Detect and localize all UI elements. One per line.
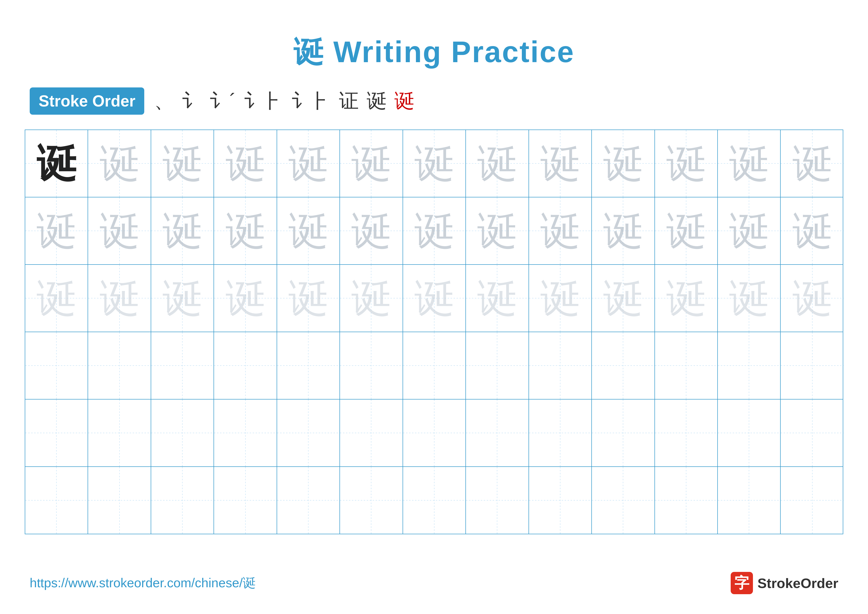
grid-cell-1-2[interactable]: 诞 <box>88 130 151 197</box>
grid-cell-3-1[interactable]: 诞 <box>25 265 88 332</box>
grid-cell-5-1[interactable] <box>25 399 88 466</box>
grid-cell-4-12[interactable] <box>718 332 781 399</box>
grid-cell-4-13[interactable] <box>781 332 843 399</box>
grid-cell-2-2[interactable]: 诞 <box>88 197 151 264</box>
grid-cell-2-7[interactable]: 诞 <box>403 197 466 264</box>
grid-cell-2-6[interactable]: 诞 <box>340 197 403 264</box>
grid-cell-3-5[interactable]: 诞 <box>277 265 340 332</box>
grid-cell-4-1[interactable] <box>25 332 88 399</box>
grid-cell-3-12[interactable]: 诞 <box>718 265 781 332</box>
stroke-step-7: 诞 <box>367 88 386 114</box>
grid-cell-5-12[interactable] <box>718 399 781 466</box>
grid-cell-2-10[interactable]: 诞 <box>592 197 655 264</box>
grid-cell-5-7[interactable] <box>403 399 466 466</box>
grid-cell-4-6[interactable] <box>340 332 403 399</box>
grid-cell-3-9[interactable]: 诞 <box>529 265 592 332</box>
grid-cell-5-2[interactable] <box>88 399 151 466</box>
grid-cell-5-4[interactable] <box>214 399 277 466</box>
char-light: 诞 <box>351 144 391 183</box>
grid-cell-1-8[interactable]: 诞 <box>466 130 529 197</box>
grid-cell-1-7[interactable]: 诞 <box>403 130 466 197</box>
grid-cell-3-7[interactable]: 诞 <box>403 265 466 332</box>
grid-cell-2-11[interactable]: 诞 <box>655 197 718 264</box>
grid-cell-3-8[interactable]: 诞 <box>466 265 529 332</box>
grid-cell-1-4[interactable]: 诞 <box>214 130 277 197</box>
grid-cell-6-13[interactable] <box>781 467 843 534</box>
grid-cell-3-4[interactable]: 诞 <box>214 265 277 332</box>
grid-cell-1-12[interactable]: 诞 <box>718 130 781 197</box>
grid-cell-5-13[interactable] <box>781 399 843 466</box>
grid-row-1: 诞 诞 诞 诞 诞 诞 诞 诞 诞 诞 诞 诞 <box>25 130 843 197</box>
grid-cell-6-3[interactable] <box>151 467 214 534</box>
grid-cell-3-13[interactable]: 诞 <box>781 265 843 332</box>
grid-cell-2-3[interactable]: 诞 <box>151 197 214 264</box>
char-dark: 诞 <box>37 144 76 183</box>
grid-cell-3-11[interactable]: 诞 <box>655 265 718 332</box>
char-light: 诞 <box>100 144 139 183</box>
grid-cell-4-8[interactable] <box>466 332 529 399</box>
grid-cell-2-13[interactable]: 诞 <box>781 197 843 264</box>
grid-cell-1-9[interactable]: 诞 <box>529 130 592 197</box>
grid-cell-1-5[interactable]: 诞 <box>277 130 340 197</box>
grid-cell-3-2[interactable]: 诞 <box>88 265 151 332</box>
grid-cell-6-10[interactable] <box>592 467 655 534</box>
grid-cell-6-5[interactable] <box>277 467 340 534</box>
char-light: 诞 <box>288 211 328 251</box>
grid-cell-4-2[interactable] <box>88 332 151 399</box>
footer-url[interactable]: https://www.strokeorder.com/chinese/诞 <box>30 574 256 592</box>
grid-cell-5-10[interactable] <box>592 399 655 466</box>
char-light: 诞 <box>477 144 517 183</box>
grid-cell-4-3[interactable] <box>151 332 214 399</box>
page-title: 诞 Writing Practice <box>0 0 868 73</box>
grid-cell-6-6[interactable] <box>340 467 403 534</box>
stroke-step-2: 讠 <box>182 88 202 114</box>
char-light: 诞 <box>414 211 454 251</box>
grid-cell-4-9[interactable] <box>529 332 592 399</box>
grid-cell-6-7[interactable] <box>403 467 466 534</box>
grid-cell-3-3[interactable]: 诞 <box>151 265 214 332</box>
grid-cell-5-9[interactable] <box>529 399 592 466</box>
grid-cell-2-1[interactable]: 诞 <box>25 197 88 264</box>
grid-cell-3-10[interactable]: 诞 <box>592 265 655 332</box>
stroke-step-1: 、 <box>154 88 174 114</box>
stroke-order-section: Stroke Order 、 讠 讠´ 讠⺊ 讠⺊ 证 诞 诞 <box>0 73 868 124</box>
grid-cell-5-5[interactable] <box>277 399 340 466</box>
grid-cell-4-5[interactable] <box>277 332 340 399</box>
grid-cell-6-2[interactable] <box>88 467 151 534</box>
char-light: 诞 <box>414 144 454 183</box>
grid-cell-2-8[interactable]: 诞 <box>466 197 529 264</box>
grid-cell-1-3[interactable]: 诞 <box>151 130 214 197</box>
grid-cell-6-4[interactable] <box>214 467 277 534</box>
grid-cell-5-6[interactable] <box>340 399 403 466</box>
grid-cell-3-6[interactable]: 诞 <box>340 265 403 332</box>
grid-cell-6-11[interactable] <box>655 467 718 534</box>
char-light: 诞 <box>100 211 139 251</box>
grid-cell-1-1[interactable]: 诞 <box>25 130 88 197</box>
char-light: 诞 <box>666 144 706 183</box>
grid-cell-4-10[interactable] <box>592 332 655 399</box>
char-light: 诞 <box>603 211 643 251</box>
grid-cell-2-5[interactable]: 诞 <box>277 197 340 264</box>
grid-cell-6-8[interactable] <box>466 467 529 534</box>
char-light: 诞 <box>288 144 328 183</box>
char-light: 诞 <box>163 144 202 183</box>
grid-cell-5-3[interactable] <box>151 399 214 466</box>
grid-cell-1-11[interactable]: 诞 <box>655 130 718 197</box>
char-light: 诞 <box>226 144 265 183</box>
grid-cell-5-8[interactable] <box>466 399 529 466</box>
grid-cell-4-4[interactable] <box>214 332 277 399</box>
grid-cell-1-10[interactable]: 诞 <box>592 130 655 197</box>
grid-cell-5-11[interactable] <box>655 399 718 466</box>
grid-cell-6-9[interactable] <box>529 467 592 534</box>
grid-cell-4-7[interactable] <box>403 332 466 399</box>
grid-cell-4-11[interactable] <box>655 332 718 399</box>
grid-cell-2-4[interactable]: 诞 <box>214 197 277 264</box>
grid-cell-2-9[interactable]: 诞 <box>529 197 592 264</box>
grid-cell-1-13[interactable]: 诞 <box>781 130 843 197</box>
grid-cell-6-1[interactable] <box>25 467 88 534</box>
char-lighter: 诞 <box>226 278 265 318</box>
char-light: 诞 <box>729 144 769 183</box>
grid-cell-2-12[interactable]: 诞 <box>718 197 781 264</box>
grid-cell-1-6[interactable]: 诞 <box>340 130 403 197</box>
grid-cell-6-12[interactable] <box>718 467 781 534</box>
